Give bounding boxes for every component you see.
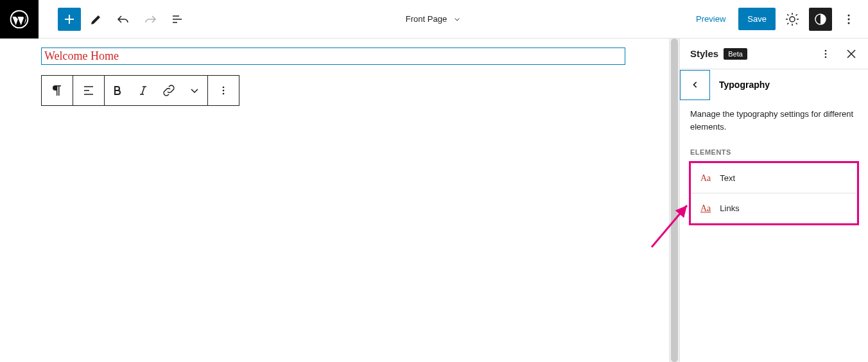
sidebar-subheader: Typography <box>680 69 868 100</box>
close-sidebar-button[interactable] <box>840 42 863 65</box>
document-overview-button[interactable] <box>166 8 189 31</box>
editor-canvas[interactable]: Welcome Home <box>0 39 669 362</box>
more-vertical-icon <box>818 46 833 62</box>
sidebar-title: Styles <box>690 48 718 59</box>
gear-icon <box>785 12 800 27</box>
element-item-label: Text <box>720 173 735 183</box>
italic-icon <box>135 83 151 98</box>
svg-point-10 <box>825 56 827 58</box>
preview-button[interactable]: Preview <box>688 8 733 30</box>
svg-point-8 <box>825 49 827 51</box>
svg-point-4 <box>848 22 850 24</box>
chevron-down-icon <box>187 83 202 98</box>
sidebar-header: Styles Beta <box>680 39 868 69</box>
redo-button[interactable] <box>139 8 162 31</box>
typography-icon: Aa <box>700 173 711 184</box>
bold-button[interactable] <box>105 76 130 105</box>
styles-sidebar: Styles Beta Typography Manage the typogr… <box>679 39 868 362</box>
more-options-button[interactable] <box>837 8 860 31</box>
close-icon <box>844 46 859 62</box>
element-item-links[interactable]: Aa Links <box>691 193 857 223</box>
link-button[interactable] <box>156 76 182 105</box>
chevron-left-icon <box>689 78 702 91</box>
elements-label: ELEMENTS <box>680 141 868 161</box>
align-button[interactable] <box>73 76 104 105</box>
italic-button[interactable] <box>130 76 156 105</box>
document-title-text: Front Page <box>406 14 447 24</box>
more-vertical-icon <box>216 83 231 98</box>
align-left-icon <box>81 83 96 98</box>
settings-button[interactable] <box>781 8 804 31</box>
chevron-down-icon <box>452 14 462 24</box>
sidebar-actions-button[interactable] <box>814 42 837 65</box>
top-toolbar: Front Page Preview Save <box>0 0 868 39</box>
element-item-text[interactable]: Aa Text <box>691 163 857 193</box>
svg-point-3 <box>848 18 850 20</box>
block-type-button[interactable] <box>42 76 73 105</box>
block-toolbar <box>41 75 239 106</box>
save-button[interactable]: Save <box>738 8 776 30</box>
svg-point-5 <box>223 87 225 89</box>
main-area: Welcome Home <box>0 39 868 362</box>
styles-button[interactable] <box>809 8 832 31</box>
section-description: Manage the typography settings for diffe… <box>680 100 868 141</box>
wordpress-logo[interactable] <box>0 0 39 39</box>
half-circle-icon <box>813 12 828 27</box>
elements-list: Aa Text Aa Links <box>689 161 859 225</box>
section-title: Typography <box>719 80 770 90</box>
toolbar-right: Preview Save <box>688 8 868 31</box>
svg-point-7 <box>223 93 225 95</box>
edit-tool-button[interactable] <box>85 8 108 31</box>
paragraph-icon <box>49 83 65 98</box>
scrollbar-thumb[interactable] <box>671 39 678 362</box>
svg-point-2 <box>848 14 850 16</box>
scrollbar[interactable] <box>669 39 679 362</box>
more-formatting-button[interactable] <box>182 76 207 105</box>
block-more-button[interactable] <box>208 76 239 105</box>
typography-icon: Aa <box>700 203 711 214</box>
more-vertical-icon <box>841 12 856 27</box>
element-item-label: Links <box>720 203 739 213</box>
paragraph-block[interactable]: Welcome Home <box>41 47 625 65</box>
link-icon <box>161 83 177 98</box>
toolbar-left <box>39 8 189 31</box>
beta-badge: Beta <box>724 48 747 60</box>
back-button[interactable] <box>680 70 710 100</box>
svg-point-9 <box>825 53 827 55</box>
bold-icon <box>110 83 125 98</box>
add-block-button[interactable] <box>58 8 81 31</box>
undo-button[interactable] <box>112 8 135 31</box>
svg-point-6 <box>223 90 225 92</box>
document-title-dropdown[interactable]: Front Page <box>406 14 462 24</box>
